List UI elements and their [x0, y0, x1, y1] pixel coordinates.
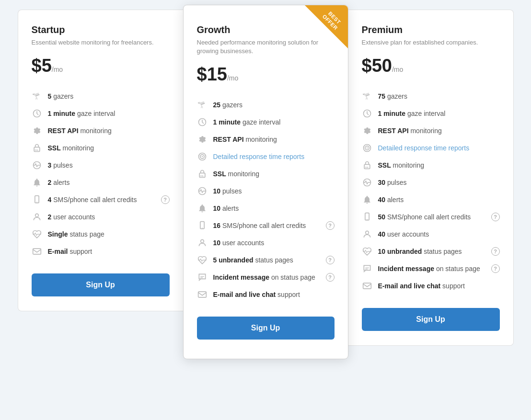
- feature-item-pulses: 3 pulses: [32, 157, 170, 174]
- feature-text-gazers: 75 gazers: [378, 92, 500, 101]
- feature-text-interval: 1 minute gaze interval: [213, 118, 335, 126]
- feature-item-status: Single status page: [32, 226, 170, 243]
- feature-icon-phone: [362, 212, 372, 222]
- feature-item-incident: Incident message on status page ?: [197, 269, 335, 286]
- svg-point-22: [366, 148, 368, 149]
- feature-item-api: REST API monitoring: [362, 122, 500, 139]
- feature-icon-bell: [32, 177, 42, 188]
- feature-text-gazers: 25 gazers: [213, 101, 335, 109]
- price-amount: $15: [197, 64, 227, 84]
- feature-item-sms: 50 SMS/phone call alert credits ?: [362, 208, 500, 226]
- svg-text:SSL: SSL: [35, 149, 39, 151]
- feature-item-sms: 4 SMS/phone call alert credits ?: [32, 191, 170, 208]
- feature-text-alerts: 40 alerts: [378, 195, 500, 204]
- plan-price: $5/mo: [32, 56, 170, 76]
- help-icon-status[interactable]: ?: [491, 247, 500, 256]
- feature-item-users: 10 user accounts: [197, 234, 335, 251]
- signup-button[interactable]: Sign Up: [197, 317, 335, 340]
- plan-description: Essential website monitoring for freelan…: [32, 38, 170, 47]
- feature-text-users: 2 user accounts: [48, 213, 170, 221]
- best-offer-badge: BEST OFFER: [305, 5, 348, 48]
- svg-point-11: [201, 156, 203, 158]
- signup-button[interactable]: Sign Up: [32, 273, 170, 296]
- feature-item-reports: Detailed response time reports: [362, 139, 500, 157]
- feature-text-users: 40 user accounts: [378, 230, 500, 238]
- feature-icon-bell: [362, 194, 372, 205]
- help-icon-sms[interactable]: ?: [326, 221, 335, 230]
- feature-item-api: REST API monitoring: [197, 131, 335, 148]
- feature-icon-heartbeat: [362, 246, 372, 257]
- feature-item-status: 10 unbranded status pages ?: [362, 243, 500, 260]
- features-list: 5 gazers 1 minute gaze interval REST API…: [32, 88, 170, 260]
- plan-description: Extensive plan for established companies…: [362, 38, 500, 47]
- feature-item-reports: Detailed response time reports: [197, 148, 335, 165]
- feature-text-incident: Incident message on status page: [378, 264, 485, 273]
- feature-text-status: 5 unbranded status pages: [213, 256, 320, 264]
- feature-text-pulses: 10 pulses: [213, 187, 335, 195]
- feature-icon-gear: [362, 125, 372, 136]
- feature-icon-telescope: [197, 100, 208, 110]
- feature-item-api: REST API monitoring: [32, 122, 170, 139]
- price-amount: $5: [32, 56, 52, 76]
- feature-icon-pulse: [197, 186, 208, 196]
- feature-text-sms: 4 SMS/phone call alert credits: [48, 195, 155, 204]
- feature-item-status: 5 unbranded status pages ?: [197, 251, 335, 269]
- feature-text-status: Single status page: [48, 230, 170, 238]
- feature-text-incident: Incident message on status page: [213, 273, 320, 282]
- feature-icon-gear: [197, 134, 208, 145]
- feature-text-reports: Detailed response time reports: [378, 144, 500, 152]
- svg-point-6: [35, 214, 38, 217]
- feature-text-sms: 16 SMS/phone call alert credits: [213, 221, 320, 230]
- feature-text-users: 10 user accounts: [213, 238, 335, 247]
- help-icon-incident[interactable]: ?: [491, 264, 500, 273]
- best-offer-label: BEST OFFER: [315, 5, 347, 36]
- feature-item-pulses: 10 pulses: [197, 182, 335, 200]
- feature-text-pulses: 3 pulses: [48, 161, 170, 170]
- feature-text-pulses: 30 pulses: [378, 178, 500, 187]
- feature-item-pulses: 30 pulses: [362, 174, 500, 191]
- feature-icon-user: [197, 238, 208, 248]
- plan-card-growth: BEST OFFER Growth Needed performance mon…: [183, 5, 348, 359]
- feature-item-users: 2 user accounts: [32, 208, 170, 226]
- feature-text-support: E-mail support: [48, 247, 170, 256]
- feature-text-interval: 1 minute gaze interval: [48, 109, 170, 118]
- feature-text-alerts: 10 alerts: [213, 204, 335, 213]
- svg-rect-29: [363, 283, 371, 289]
- help-icon-sms[interactable]: ?: [161, 195, 170, 204]
- feature-icon-ssl: SSL: [197, 169, 208, 179]
- feature-item-alerts: 40 alerts: [362, 191, 500, 208]
- pricing-container: Startup Essential website monitoring for…: [5, 10, 526, 354]
- features-list: 25 gazers 1 minute gaze interval REST AP…: [197, 96, 335, 303]
- plan-name: Startup: [32, 24, 170, 35]
- feature-item-support: E-mail and live chat support: [362, 277, 500, 295]
- feature-text-api: REST API monitoring: [213, 135, 335, 144]
- price-period: /mo: [227, 74, 238, 82]
- feature-icon-user: [362, 229, 372, 239]
- feature-item-alerts: 2 alerts: [32, 174, 170, 191]
- feature-text-support: E-mail and live chat support: [213, 290, 335, 299]
- feature-text-status: 10 unbranded status pages: [378, 247, 485, 256]
- feature-icon-telescope: [32, 91, 42, 102]
- svg-text:SSL: SSL: [365, 166, 369, 169]
- feature-text-reports: Detailed response time reports: [213, 152, 335, 161]
- feature-item-gazers: 5 gazers: [32, 88, 170, 105]
- help-icon-sms[interactable]: ?: [491, 213, 500, 221]
- feature-item-gazers: 75 gazers: [362, 88, 500, 105]
- feature-icon-ssl: SSL: [32, 143, 42, 153]
- feature-text-ssl: SSL monitoring: [213, 170, 335, 178]
- feature-icon-target: [362, 143, 372, 153]
- price-period: /mo: [52, 66, 63, 73]
- plan-name: Premium: [362, 24, 500, 35]
- price-amount: $50: [362, 56, 392, 76]
- feature-item-interval: 1 minute gaze interval: [362, 105, 500, 122]
- help-icon-incident[interactable]: ?: [326, 273, 335, 282]
- feature-item-users: 40 user accounts: [362, 226, 500, 243]
- help-icon-status[interactable]: ?: [326, 256, 335, 264]
- feature-item-incident: Incident message on status page ?: [362, 260, 500, 277]
- feature-icon-clock: [32, 108, 42, 119]
- feature-icon-pulse: [32, 160, 42, 170]
- signup-button[interactable]: Sign Up: [362, 308, 500, 331]
- feature-text-sms: 50 SMS/phone call alert credits: [378, 213, 485, 221]
- feature-text-ssl: SSL monitoring: [48, 144, 170, 152]
- feature-icon-user: [32, 212, 42, 222]
